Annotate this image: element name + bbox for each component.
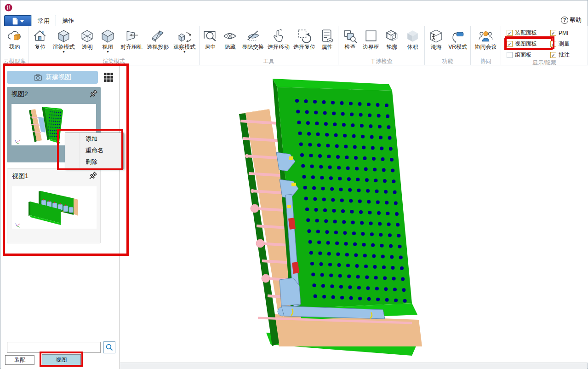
checkbox-view-panel[interactable]: ✓ 视图面板 bbox=[507, 40, 550, 48]
select-move-button[interactable]: 选择移动 bbox=[267, 28, 291, 51]
menubar: 常用 操作 ? 帮助 bbox=[1, 14, 587, 27]
my-models-button[interactable]: 我的 bbox=[6, 28, 23, 51]
ribbon-group-functions: 漫游 VR模式 功能 bbox=[425, 26, 471, 65]
view-name: 视图2 bbox=[11, 90, 28, 98]
dropdown-caret: ▾ bbox=[183, 50, 185, 53]
view-card-view1[interactable]: 视图1 bbox=[7, 168, 101, 243]
ribbon-group-interference: 检查 边界框 轮廓 bbox=[338, 26, 425, 65]
axis-triad-icon bbox=[16, 223, 20, 227]
checkbox-group-panel[interactable]: 组面板 bbox=[507, 51, 550, 59]
properties-button[interactable]: 属性 bbox=[318, 28, 336, 51]
ribbon-group-cloud-library: 我的 云模型库 bbox=[1, 26, 29, 65]
assembly-3d-model bbox=[120, 65, 588, 363]
center-button[interactable]: 居中 bbox=[201, 28, 219, 51]
reset-view-button[interactable]: 复位 bbox=[31, 28, 49, 51]
question-icon: ? bbox=[561, 17, 568, 24]
perspective-button[interactable]: 透视投影 bbox=[146, 28, 170, 51]
menu-item-delete[interactable]: 删除 bbox=[65, 156, 123, 167]
view1-thumbnail[interactable] bbox=[12, 186, 97, 229]
search-button[interactable] bbox=[103, 341, 115, 353]
axis-triad-icon bbox=[15, 140, 20, 144]
app-window: 常用 操作 ? 帮助 我的 云模型库 bbox=[0, 0, 588, 369]
solid-cube-icon bbox=[56, 28, 72, 44]
view-panel-sidebar: 新建视图 视图2 bbox=[1, 65, 120, 369]
ribbon: 我的 云模型库 复位 bbox=[1, 26, 588, 65]
toggle-visibility-button[interactable]: 显隐交换 bbox=[241, 28, 265, 51]
tab-operate[interactable]: 操作 bbox=[56, 15, 80, 26]
align-camera-icon bbox=[123, 28, 139, 44]
view-name: 视图1 bbox=[12, 172, 29, 180]
checkbox-box: ✓ bbox=[550, 30, 556, 36]
checkbox-box: ✓ bbox=[507, 30, 513, 36]
dashed-rotate-icon bbox=[297, 28, 313, 44]
dropdown-caret: ▾ bbox=[107, 50, 108, 53]
dropdown-caret: ▾ bbox=[63, 50, 64, 53]
views-cube-icon bbox=[100, 28, 116, 44]
bounding-box-icon bbox=[363, 28, 379, 44]
camera-icon bbox=[34, 74, 42, 81]
checkbox-box: ✓ bbox=[550, 52, 556, 58]
checkbox-annotation[interactable]: ✓ 批注 bbox=[550, 51, 579, 59]
select-reset-button[interactable]: 选择复位 bbox=[292, 28, 316, 51]
cloud-cube-icon bbox=[6, 28, 23, 44]
hide-button[interactable]: 隐藏 bbox=[221, 28, 239, 51]
tab-home[interactable]: 常用 bbox=[31, 15, 56, 27]
outline-button[interactable]: 轮廓 bbox=[383, 28, 401, 51]
help-button[interactable]: ? 帮助 bbox=[561, 16, 582, 25]
vr-mode-button[interactable]: VR模式 bbox=[447, 28, 468, 51]
home-icon bbox=[32, 28, 48, 44]
sidebar-tab-assembly[interactable]: 装配 bbox=[5, 355, 34, 365]
eye-slash-icon bbox=[245, 28, 261, 44]
walkthrough-button[interactable]: 漫游 bbox=[427, 28, 445, 51]
sidebar-tab-view[interactable]: 视图 bbox=[42, 354, 81, 365]
document-icon bbox=[12, 17, 18, 25]
vr-headset-icon bbox=[450, 28, 466, 44]
transparent-button[interactable]: 透明 bbox=[78, 28, 96, 51]
ribbon-group-tools: 居中 隐藏 显隐交换 bbox=[200, 26, 338, 65]
walkthrough-icon bbox=[428, 28, 444, 44]
grid-layout-icon[interactable] bbox=[103, 72, 114, 82]
checkbox-assembly-panel[interactable]: ✓ 装配面板 bbox=[507, 29, 550, 37]
checkbox-box: ✓ bbox=[550, 41, 556, 47]
menu-item-add[interactable]: 添加 bbox=[65, 133, 123, 144]
bounding-box-button[interactable]: 边界框 bbox=[362, 28, 380, 51]
file-menu-button[interactable] bbox=[4, 15, 31, 27]
ribbon-group-render-mode: 复位 渲染模式 ▾ 透明 bbox=[29, 26, 200, 65]
perspective-icon bbox=[150, 28, 166, 44]
status-bar bbox=[120, 363, 587, 369]
search-icon bbox=[106, 344, 113, 351]
outline-cube-icon bbox=[384, 28, 400, 44]
search-input[interactable] bbox=[7, 342, 101, 353]
pin-icon[interactable] bbox=[87, 171, 97, 181]
ribbon-group-collaboration: 协同会议 协同 bbox=[471, 26, 501, 65]
views-button[interactable]: 视图 ▾ bbox=[99, 28, 117, 54]
new-view-button[interactable]: 新建视图 bbox=[7, 71, 98, 84]
model-viewport[interactable] bbox=[120, 65, 588, 363]
hand-pointer-icon bbox=[271, 28, 287, 44]
view-context-menu: 添加 重命名 删除 bbox=[65, 133, 124, 169]
volume-cube-icon bbox=[405, 28, 421, 44]
checkbox-measure[interactable]: ✓ 测量 bbox=[550, 40, 579, 48]
app-logo-icon bbox=[5, 4, 12, 12]
center-zoom-icon bbox=[202, 28, 218, 44]
wireframe-cube-icon bbox=[79, 28, 95, 44]
checkbox-box bbox=[507, 52, 513, 58]
menu-item-rename[interactable]: 重命名 bbox=[65, 144, 123, 156]
eye-icon bbox=[222, 28, 238, 44]
ribbon-group-show-hide: ✓ 装配面板 ✓ PMI ✓ 视图面板 ✓ 测量 组面板 bbox=[501, 26, 588, 65]
chevron-down-icon bbox=[20, 20, 24, 23]
properties-doc-icon bbox=[319, 28, 335, 44]
pin-icon[interactable] bbox=[88, 89, 98, 99]
checkbox-pmi[interactable]: ✓ PMI bbox=[550, 29, 579, 37]
meeting-people-icon bbox=[478, 28, 494, 44]
observe-mode-button[interactable]: 观察模式 ▾ bbox=[172, 28, 196, 54]
volume-button[interactable]: 体积 bbox=[404, 28, 422, 51]
meeting-button[interactable]: 协同会议 bbox=[474, 28, 498, 51]
checkbox-box: ✓ bbox=[507, 41, 513, 47]
observe-mode-icon bbox=[177, 28, 193, 44]
render-mode-button[interactable]: 渲染模式 ▾ bbox=[52, 28, 76, 54]
align-camera-button[interactable]: 对齐相机 bbox=[120, 28, 143, 51]
overlap-check-icon bbox=[342, 28, 358, 44]
check-button[interactable]: 检查 bbox=[341, 28, 359, 51]
